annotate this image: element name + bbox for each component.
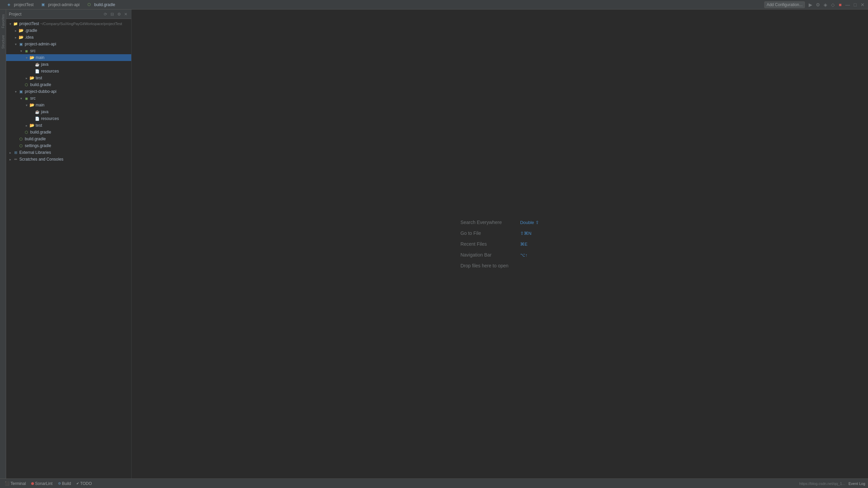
hide-icon[interactable]: ✕	[123, 12, 129, 17]
test2-arrow	[24, 123, 29, 128]
sonarlint-status-item[interactable]: SonarLint	[29, 479, 54, 488]
src1-arrow	[18, 48, 24, 54]
main1-label: main	[36, 55, 44, 60]
maximize-icon[interactable]: □	[852, 2, 858, 7]
tree-item-settings-gradle[interactable]: ⬡ settings.gradle	[6, 142, 131, 149]
tree-item-main2[interactable]: 📂 main	[6, 102, 131, 108]
terminal-status-item[interactable]: ⬛ Terminal	[3, 479, 28, 488]
tree-item-test2[interactable]: 📂 test	[6, 122, 131, 129]
tree-item-gradle-hidden[interactable]: 📂 .gradle	[6, 27, 131, 34]
build-gradle1-label: build.gradle	[30, 82, 51, 87]
gradle-hidden-icon: 📂	[18, 28, 24, 33]
scratches-arrow	[7, 157, 13, 162]
settings-gradle-icon: ⬡	[18, 143, 24, 148]
test1-icon: 📂	[29, 75, 35, 81]
hint-nav-label: Navigation Bar	[460, 252, 515, 258]
tree-item-build-gradle3[interactable]: ⬡ build.gradle	[6, 136, 131, 142]
collapse-icon[interactable]: ⊟	[110, 12, 115, 17]
resources2-icon: 📄	[35, 116, 40, 121]
java1-label: java	[41, 62, 48, 67]
build-gradle2-icon: ⬡	[24, 129, 29, 135]
sidebar-toolbar: ⟳ ⊟ ⚙ ✕	[103, 12, 129, 17]
tree-item-src1[interactable]: ◼ src	[6, 47, 131, 54]
tree-item-resources1[interactable]: 📄 resources	[6, 68, 131, 75]
favorites-tool-button[interactable]: Favorites	[0, 11, 6, 31]
tree-item-idea[interactable]: 📂 .idea	[6, 34, 131, 41]
tree-item-build-gradle2[interactable]: ⬡ build.gradle	[6, 129, 131, 136]
ext-libs-arrow	[7, 150, 13, 155]
tree-item-scratches[interactable]: ✏ Scratches and Consoles	[6, 156, 131, 163]
profile-icon[interactable]: ◇	[830, 2, 835, 7]
tree-item-test1[interactable]: 📂 test	[6, 75, 131, 81]
project-admin-api-icon: ▣	[18, 41, 24, 47]
tree-item-resources2[interactable]: 📄 resources	[6, 115, 131, 122]
root-folder-icon: 📁	[13, 21, 18, 26]
build-gradle3-label: build.gradle	[25, 137, 46, 141]
project-tab[interactable]: ◈ projectTest	[3, 0, 37, 9]
tree-item-ext-libs[interactable]: ⊞ External Libraries	[6, 149, 131, 156]
resources1-icon: 📄	[35, 68, 40, 74]
main2-icon: 📂	[29, 102, 35, 108]
main2-label: main	[36, 103, 44, 107]
hint-goto-key1: ⇧⌘N	[520, 231, 531, 236]
structure-label: Structure	[1, 35, 5, 49]
src1-icon: ◼	[24, 48, 29, 54]
hint-goto-keys: ⇧⌘N	[520, 231, 531, 236]
debug-icon[interactable]: ⚙	[815, 2, 821, 7]
file-tree: 📁 projectTest ~/Company/SuiXingPayGitWor…	[6, 19, 131, 479]
scratches-icon: ✏	[13, 157, 18, 162]
hint-search-key2: ⇧	[535, 220, 539, 225]
hint-search-key1: Double	[520, 220, 534, 225]
main-scroll: Favorites Structure Project ⟳ ⊟ ⚙ ✕ 📁 pr	[0, 9, 868, 479]
minimize-icon[interactable]: —	[845, 2, 850, 7]
main2-arrow	[24, 102, 29, 108]
sync-icon[interactable]: ⟳	[103, 12, 108, 17]
add-config-button[interactable]: Add Configuration...	[764, 1, 805, 8]
build-icon: ⚙	[58, 482, 61, 485]
idea-arrow	[13, 35, 18, 40]
settings-gradle-arrow	[13, 143, 18, 148]
hint-nav-key1: ⌥↑	[520, 252, 528, 258]
tree-item-build-gradle1[interactable]: ⬡ build.gradle	[6, 81, 131, 88]
run-icon[interactable]: ▶	[808, 2, 813, 7]
build-status-item[interactable]: ⚙ Build	[56, 479, 73, 488]
tree-item-src2[interactable]: ◼ src	[6, 95, 131, 102]
settings-gear-icon[interactable]: ⚙	[116, 12, 122, 17]
test2-icon: 📂	[29, 123, 35, 128]
test1-arrow	[24, 75, 29, 81]
coverage-icon[interactable]: ◈	[823, 2, 828, 7]
project-dubbo-api-arrow	[13, 89, 18, 94]
hint-recent-keys: ⌘E	[520, 242, 528, 247]
file-tab[interactable]: ⬡ build.gradle	[83, 0, 119, 9]
hint-search-keys: Double ⇧	[520, 220, 539, 225]
tree-item-project-admin-api[interactable]: ▣ project-admin-api	[6, 41, 131, 47]
project-dubbo-api-label: project-dubbo-api	[25, 89, 56, 94]
tree-item-main1[interactable]: 📂 main	[6, 54, 131, 61]
todo-status-item[interactable]: ✔ TODO	[74, 479, 94, 488]
project-admin-api-arrow	[13, 41, 18, 47]
gradle-hidden-arrow	[13, 28, 18, 33]
module-tab[interactable]: ▣ project-admin-api	[37, 0, 83, 9]
status-right: https://blog.csdn.net/qq_1... Event Log	[799, 482, 865, 486]
stop-icon[interactable]: ■	[837, 2, 843, 7]
tree-item-project-dubbo-api[interactable]: ▣ project-dubbo-api	[6, 88, 131, 95]
close-icon[interactable]: ✕	[860, 2, 865, 7]
structure-tool-button[interactable]: Structure	[0, 32, 6, 52]
tree-root[interactable]: 📁 projectTest ~/Company/SuiXingPayGitWor…	[6, 20, 131, 27]
gradle-hidden-label: .gradle	[25, 28, 37, 33]
build-gradle1-icon: ⬡	[24, 82, 29, 87]
resources1-arrow	[29, 68, 35, 74]
event-log-label[interactable]: Event Log	[848, 482, 865, 486]
status-url: https://blog.csdn.net/qq_1...	[799, 482, 845, 486]
tree-item-java1[interactable]: ☕ java	[6, 61, 131, 68]
hint-nav-bar: Navigation Bar ⌥↑	[460, 252, 528, 258]
main1-icon: 📂	[29, 55, 35, 60]
build-gradle2-label: build.gradle	[30, 130, 51, 135]
sonarlint-label: SonarLint	[35, 481, 52, 486]
module-tab-label: project-admin-api	[48, 2, 80, 7]
tree-item-java2[interactable]: ☕ java	[6, 108, 131, 115]
file-icon: ⬡	[86, 2, 92, 7]
terminal-label: Terminal	[11, 481, 26, 486]
hint-drop-files: Drop files here to open	[460, 263, 509, 268]
sidebar: Project ⟳ ⊟ ⚙ ✕ 📁 projectTest ~/Company/…	[6, 9, 132, 479]
